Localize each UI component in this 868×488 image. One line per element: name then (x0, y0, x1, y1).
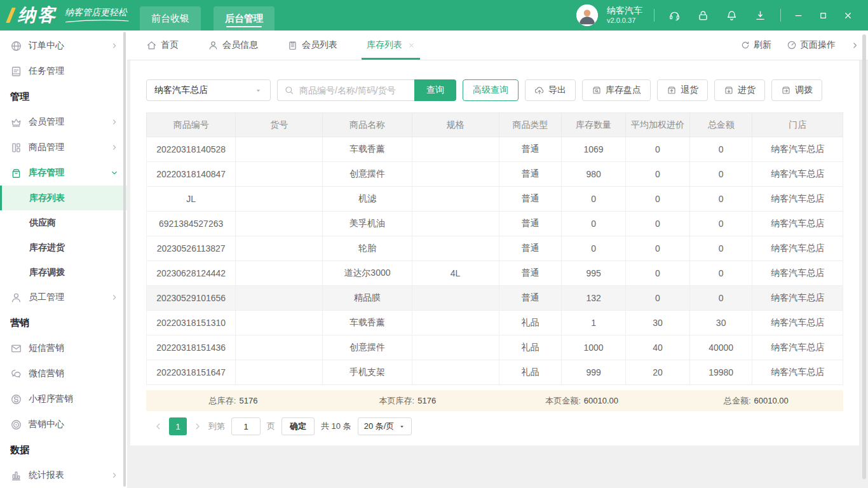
table-row[interactable]: 20230628124442道达尔30004L普通99500纳客汽车总店 (147, 261, 843, 286)
sidebar-item-miniprogram-marketing[interactable]: 小程序营销 (0, 386, 127, 412)
minimize-icon[interactable] (794, 11, 803, 20)
table-cell: 1 (562, 311, 626, 336)
sidebar-subitem-inventory-list[interactable]: 库存列表 (0, 186, 127, 210)
avatar[interactable] (576, 4, 598, 26)
user-info[interactable]: 纳客汽车 v2.0.0.37 (607, 5, 642, 25)
bell-icon[interactable] (726, 10, 738, 22)
table-cell: 20220318151310 (147, 311, 236, 336)
sidebar-scrollbar[interactable] (123, 32, 126, 487)
sidebar-subitem-suppliers[interactable]: 供应商 (0, 210, 127, 235)
app-tagline: 纳客管店更轻松 (64, 7, 131, 24)
sidebar-menu: 订单中心任务管理管理会员管理商品管理库存管理库存列表供应商库存进货库存调拨员工管… (0, 30, 127, 488)
sidebar-item-label: 统计报表 (29, 470, 64, 481)
sidebar-item-wechat-marketing[interactable]: 微信营销 (0, 361, 127, 386)
purchase-button[interactable]: 进货 (714, 79, 765, 101)
stocktake-button[interactable]: 库存盘点 (582, 79, 651, 101)
nav-tab-backend-management[interactable]: 后台管理 (214, 6, 275, 30)
table-row[interactable]: JL机滤普通000纳客汽车总店 (147, 187, 843, 212)
table-cell (412, 286, 499, 311)
store-select[interactable]: 纳客汽车总店 (146, 79, 271, 101)
sidebar-section-data: 数据 (0, 437, 127, 463)
app-shell: 订单中心任务管理管理会员管理商品管理库存管理库存列表供应商库存进货库存调拨员工管… (0, 30, 868, 488)
table-row[interactable]: 20230526113827轮胎普通000纳客汽车总店 (147, 236, 843, 261)
page-ops-button[interactable]: 页面操作 (787, 39, 836, 51)
export-button[interactable]: 导出 (525, 79, 576, 101)
main-nav-tabs: 前台收银后台管理 (140, 6, 275, 30)
sidebar-subitem-label: 库存调拨 (29, 267, 65, 278)
chevron-down-icon (111, 169, 118, 177)
gauge-icon (787, 40, 797, 50)
nav-tab-front-cashier[interactable]: 前台收银 (140, 6, 201, 30)
table-cell: 0 (689, 236, 752, 261)
column-header: 总金额 (689, 113, 752, 137)
transfer-button[interactable]: 调拨 (771, 79, 822, 101)
tab-member-info[interactable]: 会员信息 (208, 30, 258, 60)
table-cell: 普通 (499, 286, 562, 311)
envelope-icon (10, 342, 22, 355)
table-cell: 20230628124442 (147, 261, 236, 286)
next-page-icon[interactable] (193, 422, 202, 431)
sidebar-item-order-center[interactable]: 订单中心 (0, 33, 127, 58)
current-page-button[interactable]: 1 (169, 417, 187, 435)
table-cell (236, 311, 323, 336)
sidebar-item-task-management[interactable]: 任务管理 (0, 58, 127, 84)
tab-home[interactable]: 首页 (146, 30, 179, 60)
sidebar-item-label: 任务管理 (29, 65, 64, 77)
refresh-button[interactable]: 刷新 (740, 39, 771, 51)
sidebar-item-sms-marketing[interactable]: 短信营销 (0, 336, 127, 361)
tab-member-list[interactable]: 会员列表 (287, 30, 337, 60)
tab-label: 会员列表 (302, 39, 337, 51)
table-row[interactable]: 20220318140528车载香薰普通106900纳客汽车总店 (147, 137, 843, 162)
table-cell: 创意摆件 (323, 336, 412, 360)
goto-page-input[interactable] (231, 417, 261, 435)
return-goods-button[interactable]: 退货 (657, 79, 708, 101)
total-amount-summary: 总金额:60010.00 (669, 395, 843, 407)
search-input[interactable] (298, 85, 414, 96)
advanced-search-button[interactable]: 高级查询 (463, 79, 519, 101)
sidebar-item-product-management[interactable]: 商品管理 (0, 135, 127, 160)
sidebar-item-label: 商品管理 (29, 142, 64, 153)
table-cell: 普通 (499, 236, 562, 261)
tab-label: 库存列表 (367, 39, 402, 51)
table-row[interactable]: 20230529101656精品膜普通13200纳客汽车总店 (147, 286, 843, 311)
lock-icon[interactable] (697, 10, 709, 22)
support-icon[interactable] (668, 10, 681, 22)
chevron-right-icon (111, 294, 118, 301)
table-cell: 0 (562, 212, 626, 236)
confirm-page-button[interactable]: 确定 (281, 417, 315, 435)
toolbar: 纳客汽车总店 查询 高级查询 (146, 79, 843, 101)
sidebar-item-statistics-reports[interactable]: 统计报表 (0, 463, 127, 488)
sidebar-subitem-inventory-purchase[interactable]: 库存进货 (0, 235, 127, 260)
table-row[interactable]: 6921384527263美孚机油普通000纳客汽车总店 (147, 212, 843, 236)
table-cell (236, 336, 323, 360)
main-scrollbar[interactable] (862, 34, 866, 479)
table-row[interactable]: 20220318151436创意摆件礼品10004040000纳客汽车总店 (147, 336, 843, 360)
table-cell: 创意摆件 (323, 162, 412, 187)
sidebar-item-staff-management[interactable]: 员工管理 (0, 285, 127, 310)
tab-inventory-list[interactable]: 库存列表 (367, 30, 415, 60)
maximize-icon[interactable] (818, 11, 828, 20)
page-ops-chevron-icon[interactable] (851, 41, 859, 50)
sidebar-subitem-inventory-transfer[interactable]: 库存调拨 (0, 260, 127, 285)
prev-page-icon[interactable] (154, 422, 163, 431)
sidebar-item-marketing-center[interactable]: 营销中心 (0, 412, 127, 437)
sidebar-item-label: 库存管理 (29, 167, 64, 179)
sidebar-item-inventory-management[interactable]: 库存管理 (0, 160, 127, 186)
download-icon[interactable] (754, 10, 766, 22)
page-size-select[interactable]: 20 条/页 (358, 417, 412, 435)
table-cell: 机滤 (323, 187, 412, 212)
close-window-icon[interactable] (843, 11, 853, 20)
globe-icon (10, 40, 22, 52)
column-header: 平均加权进价 (626, 113, 690, 137)
table-row[interactable]: 20220318140847创意摆件普通98000纳客汽车总店 (147, 162, 843, 187)
sidebar: 订单中心任务管理管理会员管理商品管理库存管理库存列表供应商库存进货库存调拨员工管… (0, 30, 127, 488)
table-row[interactable]: 20220318151310车载香薰礼品13030纳客汽车总店 (147, 311, 843, 336)
table-cell (412, 311, 499, 336)
search-button[interactable]: 查询 (414, 79, 456, 101)
close-tab-icon[interactable] (408, 42, 415, 49)
sidebar-item-member-management[interactable]: 会员管理 (0, 109, 127, 135)
page-stock-label: 本页库存: (379, 396, 415, 405)
table-cell: 普通 (499, 162, 562, 187)
table-row[interactable]: 20220318151647手机支架礼品9992019980纳客汽车总店 (147, 360, 843, 385)
table-cell: 0 (626, 261, 690, 286)
